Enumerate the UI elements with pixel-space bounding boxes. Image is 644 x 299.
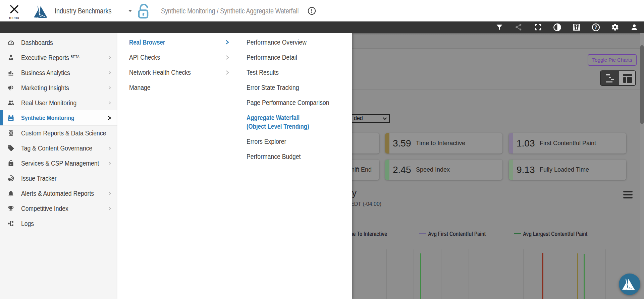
svg-text:?: ? bbox=[594, 24, 597, 30]
